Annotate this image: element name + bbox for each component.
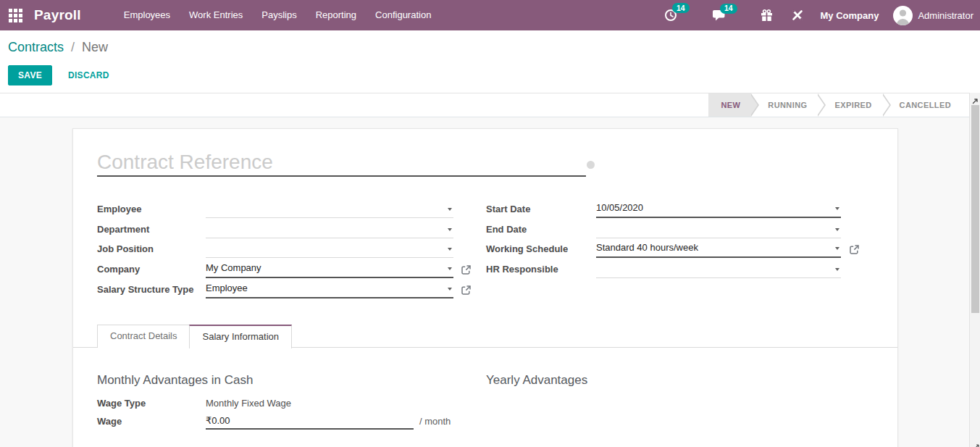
status-cancelled[interactable]: CANCELLED	[883, 93, 962, 117]
yearly-advantages-heading: Yearly Advantages	[486, 372, 587, 388]
reference-status-dot	[587, 161, 595, 169]
hr-responsible-input[interactable]	[596, 261, 841, 278]
end-date-label: End Date	[486, 224, 527, 235]
working-schedule-value: Standard 40 hours/week	[596, 241, 698, 256]
user-avatar[interactable]	[893, 6, 913, 25]
corner-grip-icon	[973, 440, 979, 447]
control-panel: Contracts / New SAVE DISCARD	[0, 30, 980, 93]
status-running[interactable]: RUNNING	[751, 93, 818, 117]
start-date-label: Start Date	[486, 204, 530, 214]
breadcrumb-current: New	[82, 40, 108, 54]
field-row-start-date: Start Date 10/05/2020	[73, 199, 899, 218]
notebook-tabs: Contract Details Salary Information	[73, 325, 897, 348]
monthly-advantages-heading: Monthly Advantages in Cash	[97, 372, 253, 388]
top-navbar: Payroll Employees Work Entries Payslips …	[0, 0, 980, 30]
statusbar: NEW RUNNING EXPIRED CANCELLED	[0, 93, 969, 117]
breadcrumb: Contracts / New	[8, 40, 108, 55]
tab-contract-details[interactable]: Contract Details	[97, 325, 190, 348]
wage-input[interactable]: ₹0.00	[206, 414, 414, 430]
app-title[interactable]: Payroll	[34, 7, 81, 23]
apps-menu-button[interactable]	[0, 8, 32, 23]
wage-type-label: Wage Type	[97, 398, 146, 409]
working-schedule-external-link-icon[interactable]	[850, 245, 859, 254]
user-menu[interactable]: Administrator	[918, 10, 973, 21]
end-date-input[interactable]	[596, 221, 841, 238]
tools-button[interactable]	[792, 9, 803, 21]
apps-grid-icon	[8, 8, 23, 23]
form-action-buttons: SAVE DISCARD	[8, 65, 115, 85]
vertical-scrollbar[interactable]	[969, 93, 980, 447]
discard-button[interactable]: DISCARD	[62, 66, 115, 85]
salary-structure-type-label: Salary Structure Type	[97, 284, 193, 295]
menu-configuration[interactable]: Configuration	[366, 0, 440, 30]
save-button[interactable]: SAVE	[8, 65, 52, 85]
wage-label: Wage	[97, 416, 122, 427]
caret-down-icon[interactable]	[448, 288, 452, 291]
field-row-working-schedule: Working Schedule Standard 40 hours/week	[73, 239, 899, 258]
salary-structure-type-value: Employee	[206, 281, 248, 297]
caret-down-icon[interactable]	[835, 268, 839, 271]
start-date-input[interactable]: 10/05/2020	[596, 201, 841, 218]
navbar-systray: 14 14	[654, 6, 980, 25]
wrench-icon	[792, 9, 803, 21]
breadcrumb-separator: /	[71, 40, 75, 54]
main-menu: Employees Work Entries Payslips Reportin…	[114, 0, 441, 30]
start-date-value: 10/05/2020	[596, 201, 643, 217]
field-row-hr-responsible: HR Responsible	[73, 259, 899, 278]
activities-button[interactable]: 14	[664, 9, 693, 22]
scrollbar-thumb[interactable]	[971, 105, 979, 313]
field-row-end-date: End Date	[73, 220, 899, 238]
wage-type-value[interactable]: Monthly Fixed Wage	[206, 398, 291, 409]
activities-badge: 14	[672, 3, 690, 13]
wage-unit-suffix: / month	[419, 416, 451, 427]
tab-salary-information[interactable]: Salary Information	[189, 325, 292, 348]
salary-structure-type-external-link-icon[interactable]	[461, 285, 471, 295]
person-icon	[893, 6, 913, 25]
caret-down-icon[interactable]	[835, 228, 839, 231]
status-expired[interactable]: EXPIRED	[818, 93, 882, 117]
menu-work-entries[interactable]: Work Entries	[180, 0, 252, 30]
salary-structure-type-input[interactable]: Employee	[206, 281, 453, 298]
status-new[interactable]: NEW	[708, 93, 751, 117]
contract-form-sheet: Contract Reference Employee Department	[72, 128, 898, 447]
rewards-button[interactable]	[761, 9, 773, 22]
hr-responsible-label: HR Responsible	[486, 264, 558, 275]
caret-down-icon[interactable]	[835, 247, 839, 250]
status-pipeline: NEW RUNNING EXPIRED CANCELLED	[708, 93, 962, 117]
messages-button[interactable]: 14	[712, 9, 742, 22]
contract-reference-placeholder: Contract Reference	[97, 151, 273, 173]
menu-payslips[interactable]: Payslips	[252, 0, 306, 30]
menu-reporting[interactable]: Reporting	[306, 0, 366, 30]
gift-icon	[761, 9, 773, 22]
working-schedule-label: Working Schedule	[486, 243, 568, 254]
menu-employees[interactable]: Employees	[114, 0, 180, 30]
field-row-salary-structure-type: Salary Structure Type Employee	[73, 280, 899, 298]
page-background: Contract Reference Employee Department	[0, 117, 969, 447]
company-switcher[interactable]: My Company	[821, 10, 879, 21]
messages-badge: 14	[720, 4, 738, 14]
contract-reference-input[interactable]: Contract Reference	[97, 148, 586, 177]
breadcrumb-contracts-link[interactable]: Contracts	[8, 40, 64, 54]
working-schedule-input[interactable]: Standard 40 hours/week	[596, 241, 841, 258]
caret-down-icon[interactable]	[835, 207, 839, 210]
